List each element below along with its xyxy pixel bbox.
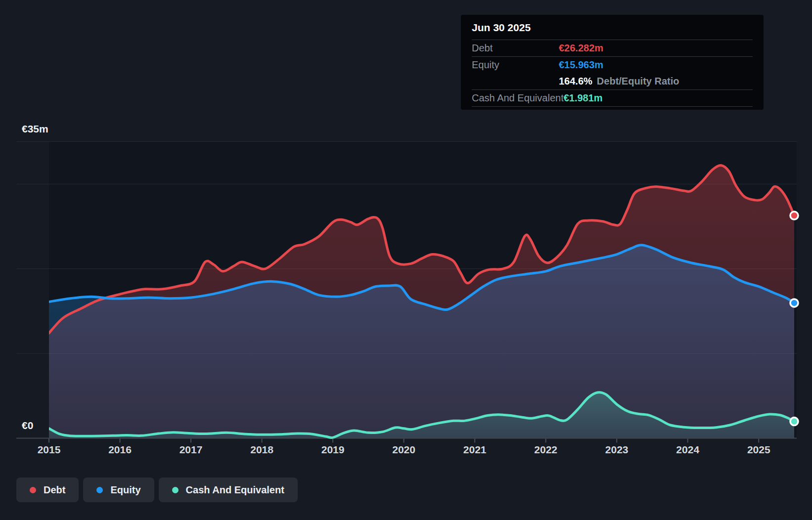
x-axis-label-2016: 2016 <box>98 444 142 456</box>
legend-debt-label: Debt <box>44 484 65 496</box>
x-axis-label-2018: 2018 <box>240 444 284 456</box>
legend-item-cash[interactable]: Cash And Equivalent <box>159 477 298 502</box>
x-axis-label-2022: 2022 <box>524 444 568 456</box>
legend-cash-label: Cash And Equivalent <box>186 484 284 496</box>
tooltip-date: Jun 30 2025 <box>472 15 753 40</box>
equity-endpoint-marker[interactable] <box>790 299 798 307</box>
tooltip-debt-value: €26.282m <box>559 43 603 54</box>
x-axis-ticks <box>49 439 759 443</box>
y-axis-label-max: €35m <box>22 123 48 135</box>
x-axis-label-2020: 2020 <box>382 444 426 456</box>
tooltip-cash-label: Cash And Equivalent <box>472 92 564 104</box>
chart-legend: Debt Equity Cash And Equivalent <box>16 477 298 502</box>
x-axis-label-2015: 2015 <box>27 444 71 456</box>
y-axis-label-zero: €0 <box>22 420 33 432</box>
chart-page: €35m €0 20152016201720182019202020212022… <box>0 0 812 520</box>
tooltip-row-cash: Cash And Equivalent €1.981m <box>472 90 753 107</box>
x-axis-label-2023: 2023 <box>594 444 639 456</box>
chart-tooltip: Jun 30 2025 Debt €26.282m Equity €15.963… <box>461 15 764 110</box>
tooltip-debt-label: Debt <box>472 43 559 54</box>
x-axis-label-2024: 2024 <box>666 444 710 456</box>
tooltip-ratio-label: Debt/Equity Ratio <box>597 76 679 87</box>
x-axis-label-2025: 2025 <box>736 444 781 456</box>
cash-and-equivalent-endpoint-marker[interactable] <box>790 418 798 426</box>
cash-dot-icon <box>172 487 179 493</box>
equity-dot-icon <box>96 487 103 493</box>
tooltip-ratio-value: 164.6% <box>559 76 592 87</box>
tooltip-equity-label: Equity <box>472 59 559 71</box>
tooltip-row-equity: Equity €15.963m <box>472 57 753 73</box>
legend-item-debt[interactable]: Debt <box>16 477 79 502</box>
tooltip-row-debt: Debt €26.282m <box>472 40 753 57</box>
tooltip-cash-value: €1.981m <box>564 92 603 104</box>
x-axis-label-2017: 2017 <box>169 444 213 456</box>
debt-endpoint-marker[interactable] <box>790 212 798 219</box>
legend-equity-label: Equity <box>110 484 140 496</box>
legend-item-equity[interactable]: Equity <box>83 477 154 502</box>
debt-dot-icon <box>30 487 36 493</box>
x-axis-label-2019: 2019 <box>311 444 355 456</box>
tooltip-row-ratio: 164.6%Debt/Equity Ratio <box>472 73 753 90</box>
x-axis-label-2021: 2021 <box>452 444 497 456</box>
tooltip-equity-value: €15.963m <box>559 59 603 71</box>
